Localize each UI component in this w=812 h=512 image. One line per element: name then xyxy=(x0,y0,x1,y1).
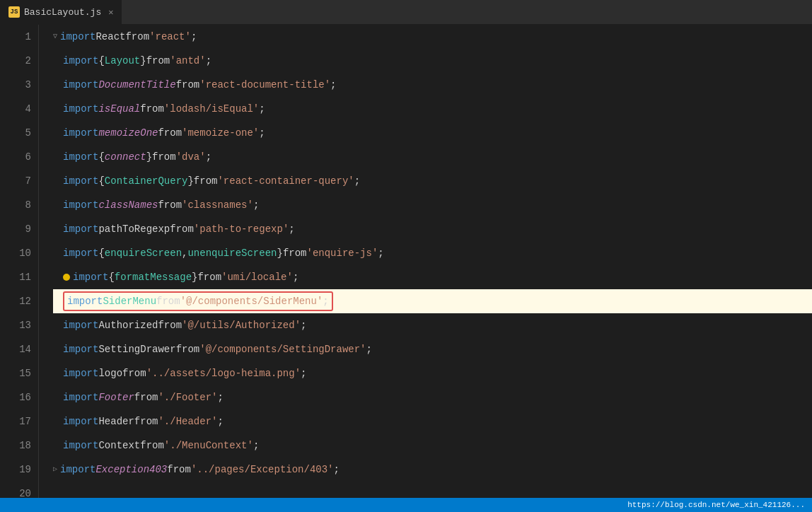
code-token: import xyxy=(63,217,98,241)
code-token: from xyxy=(170,217,194,241)
code-token: pathToRegexp xyxy=(98,217,170,241)
code-token: import xyxy=(63,97,98,121)
line-number: 4 xyxy=(7,97,31,121)
code-line: import isEqual from 'lodash/isEqual'; xyxy=(53,97,812,121)
code-token: import xyxy=(63,337,98,361)
breakpoint-dot xyxy=(63,274,70,281)
code-line: import classNames from 'classnames'; xyxy=(53,193,812,217)
code-token: import xyxy=(63,313,98,337)
line-number: 6 xyxy=(7,145,31,169)
line-number: 8 xyxy=(7,193,31,217)
code-token: ; xyxy=(323,289,328,313)
code-token: import xyxy=(63,121,98,145)
code-token: 'enquire-js' xyxy=(307,241,378,265)
code-token: from xyxy=(140,434,164,458)
fold-open-icon[interactable]: ▽ xyxy=(53,25,57,49)
code-token: { xyxy=(108,265,114,289)
code-token: ; xyxy=(206,145,211,169)
code-token: ContainerQuery xyxy=(105,169,188,193)
code-line: import pathToRegexp from 'path-to-regexp… xyxy=(53,217,812,241)
code-token: '@/utils/Authorized' xyxy=(182,313,301,337)
fold-closed-icon[interactable]: ▷ xyxy=(53,458,57,482)
tab-filename: BasicLayout.js xyxy=(24,7,101,18)
code-line xyxy=(53,482,812,498)
code-line: import SettingDrawer from '@/components/… xyxy=(53,337,812,361)
code-token: } xyxy=(277,241,282,265)
code-token: unenquireScreen xyxy=(187,241,277,265)
code-token: from xyxy=(176,73,200,97)
code-token: ; xyxy=(354,169,360,193)
code-token: from xyxy=(197,265,221,289)
code-line: import SiderMenu from '@/components/Side… xyxy=(53,289,812,313)
code-token: enquireScreen xyxy=(105,241,182,265)
tab-basiclayout[interactable]: JS BasicLayout.js ✕ xyxy=(0,0,122,24)
code-token: classNames xyxy=(98,193,158,217)
code-token: from xyxy=(156,289,180,313)
code-line: import memoizeOne from 'memoize-one'; xyxy=(53,121,812,145)
code-token: import xyxy=(63,193,98,217)
code-token: './Footer' xyxy=(158,385,217,409)
tab-close-icon[interactable]: ✕ xyxy=(108,7,113,18)
code-token: { xyxy=(98,49,104,73)
code-line: import { connect } from 'dva'; xyxy=(53,145,812,169)
code-content[interactable]: ▽import React from 'react';import { Layo… xyxy=(39,25,812,498)
code-token: import xyxy=(63,409,98,434)
line-number: 13 xyxy=(7,313,31,337)
code-token: ; xyxy=(301,361,306,385)
code-token: { xyxy=(98,169,104,193)
code-line: import { formatMessage } from 'umi/local… xyxy=(53,265,812,289)
line-number: 10 xyxy=(7,241,31,265)
line-number: 16 xyxy=(7,385,31,409)
code-token: './Header' xyxy=(158,409,217,434)
code-token: ; xyxy=(253,434,259,458)
code-token: from xyxy=(167,458,191,482)
code-token: from xyxy=(122,361,146,385)
code-token: } xyxy=(192,265,197,289)
code-token: ; xyxy=(253,193,259,217)
code-token: from xyxy=(152,145,176,169)
line-number: 17 xyxy=(7,409,31,434)
code-token: 'path-to-regexp' xyxy=(194,217,289,241)
code-token: formatMessage xyxy=(115,265,192,289)
code-token: SettingDrawer xyxy=(98,337,175,361)
code-token: from xyxy=(194,169,218,193)
code-token: ; xyxy=(293,265,298,289)
line-number: 19 xyxy=(7,458,31,482)
code-token: Exception403 xyxy=(95,458,167,482)
code-token: from xyxy=(176,337,200,361)
tab-icon: JS xyxy=(8,6,20,18)
code-line: ▽import React from 'react'; xyxy=(53,25,812,49)
code-token: 'react' xyxy=(149,25,191,49)
code-token: ; xyxy=(289,217,294,241)
status-right: https://blog.csdn.net/we_xin_421126... xyxy=(627,501,805,509)
code-token: from xyxy=(158,121,182,145)
line-number: 7 xyxy=(7,169,31,193)
tab-bar: JS BasicLayout.js ✕ xyxy=(0,0,812,25)
code-token: React xyxy=(95,25,125,49)
code-token: 'react-container-query' xyxy=(217,169,354,193)
code-token: ; xyxy=(217,385,223,409)
code-token: '../assets/logo-heima.png' xyxy=(146,361,301,385)
line-number: 15 xyxy=(7,361,31,385)
code-token: import xyxy=(63,361,98,385)
code-token: 'antd' xyxy=(170,49,205,73)
code-token: ; xyxy=(334,458,340,482)
line-number: 18 xyxy=(7,434,31,458)
status-bar: https://blog.csdn.net/we_xin_421126... xyxy=(0,498,812,512)
code-token: 'lodash/isEqual' xyxy=(164,97,259,121)
line-number: 1 xyxy=(7,25,31,49)
code-token: Layout xyxy=(105,49,140,73)
code-token: logo xyxy=(98,361,122,385)
code-token: ; xyxy=(301,313,306,337)
code-token: from xyxy=(146,49,170,73)
code-line: import logo from '../assets/logo-heima.p… xyxy=(53,361,812,385)
code-token: import xyxy=(63,145,98,169)
code-token: Footer xyxy=(98,385,134,409)
code-token: import xyxy=(63,169,98,193)
code-token: memoizeOne xyxy=(98,121,158,145)
code-token: ; xyxy=(366,337,372,361)
line-number: 3 xyxy=(7,73,31,97)
code-token: ; xyxy=(259,121,265,145)
code-token: import xyxy=(63,385,98,409)
code-token: import xyxy=(73,265,108,289)
